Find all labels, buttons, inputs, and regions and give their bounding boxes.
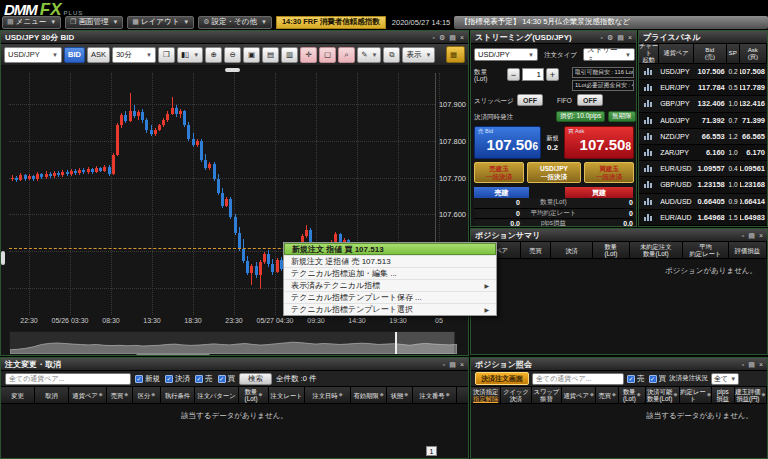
- positions-filter-checkbox[interactable]: ✓売: [627, 374, 645, 384]
- positions-pair-filter-input[interactable]: [532, 373, 624, 385]
- close-icon[interactable]: ×: [759, 361, 763, 368]
- ask-value[interactable]: 0.66414: [740, 197, 767, 206]
- capture-icon[interactable]: ⧉: [383, 47, 400, 63]
- chart-launch-icon[interactable]: [644, 181, 652, 188]
- display-menu-button[interactable]: 表示▼: [402, 47, 435, 63]
- orders-filter-checkbox[interactable]: ✓新規: [135, 374, 160, 384]
- chart-hscroll-thumb[interactable]: [136, 354, 210, 356]
- fit-width-icon[interactable]: ▤: [262, 47, 279, 63]
- fifo-toggle[interactable]: OFF: [577, 94, 603, 106]
- chart-launch-icon[interactable]: [644, 117, 652, 124]
- zoom-in-icon[interactable]: ⊕: [205, 47, 222, 63]
- timeframe-select[interactable]: 30分▼: [112, 47, 156, 63]
- fit-height-icon[interactable]: ▥: [281, 47, 298, 63]
- print-icon[interactable]: ▤: [748, 361, 755, 368]
- close-order-status-select[interactable]: 全て▼: [711, 373, 739, 385]
- search-button[interactable]: 検索: [239, 373, 272, 385]
- chart-launch-icon[interactable]: [644, 100, 652, 107]
- minimize-icon[interactable]: ▫: [742, 361, 744, 368]
- pair-select[interactable]: USD/JPY▼: [4, 47, 62, 63]
- ask-value[interactable]: 1.23168: [740, 180, 767, 189]
- close-icon[interactable]: ×: [460, 361, 464, 368]
- print-icon[interactable]: ▤: [748, 232, 755, 239]
- chart-launch-icon[interactable]: [644, 198, 652, 205]
- column-header[interactable]: 注文番号◆: [413, 387, 457, 403]
- close-icon[interactable]: ×: [759, 232, 763, 239]
- context-menu-item[interactable]: テクニカル指標テンプレート選択▶: [284, 303, 496, 315]
- chart-launch-icon[interactable]: [644, 84, 652, 91]
- screen-manage-button[interactable]: ❐画面管理▼: [65, 16, 123, 29]
- minimize-icon[interactable]: ▫: [742, 232, 744, 239]
- close-all-buy-button[interactable]: 買建玉 一括決済: [584, 162, 634, 183]
- orders-filter-checkbox[interactable]: ✓売: [195, 374, 213, 384]
- economic-indicator-ticker[interactable]: 14:30 FRF 消費者信頼感指数: [276, 16, 386, 29]
- minimize-icon[interactable]: ▫: [443, 361, 445, 368]
- context-menu-item[interactable]: テクニカル指標追加・編集 ...: [284, 267, 496, 279]
- layout-button[interactable]: ▦レイアウト▼: [127, 16, 194, 29]
- bid-value[interactable]: 117.784: [694, 83, 727, 92]
- column-header[interactable]: 状態◆: [387, 387, 413, 403]
- column-header[interactable]: 注文日時◆: [305, 387, 351, 403]
- print-icon[interactable]: ▤: [449, 361, 456, 368]
- chart-launch-icon[interactable]: [644, 68, 652, 75]
- close-icon[interactable]: ×: [628, 34, 632, 41]
- print-icon[interactable]: ▤: [617, 34, 624, 41]
- ask-value[interactable]: 1.09561: [740, 164, 767, 173]
- magnifier-icon[interactable]: ⌕: [338, 47, 355, 63]
- crosshair-icon[interactable]: ✛: [300, 47, 317, 63]
- zoom-out-icon[interactable]: ⊖: [224, 47, 241, 63]
- minimize-icon[interactable]: ▫: [433, 34, 435, 41]
- slippage-toggle[interactable]: OFF: [517, 94, 543, 106]
- positions-filter-checkbox[interactable]: ✓買: [649, 374, 667, 384]
- no-expiry-badge[interactable]: 無期限: [608, 111, 636, 122]
- streaming-pair-select[interactable]: USD/JPY▼: [474, 48, 538, 61]
- qty-minus-button[interactable]: −: [507, 68, 520, 81]
- context-menu-item[interactable]: 新規注文 逆指値 売 107.513: [284, 255, 496, 267]
- column-header[interactable]: 決済可能 数量(Lot)◆: [646, 387, 680, 403]
- ask-value[interactable]: 107.508: [740, 67, 767, 76]
- bid-value[interactable]: 0.66405: [694, 197, 727, 206]
- close-icon[interactable]: ×: [460, 34, 464, 41]
- settings-icon[interactable]: ⚙: [607, 34, 613, 41]
- stop-loss-badge[interactable]: 損切: 10.0pips: [556, 111, 605, 122]
- settings-icon[interactable]: ⚙: [439, 34, 445, 41]
- context-menu-item[interactable]: 表示済みテクニカル指標▶: [284, 279, 496, 291]
- chart-launch-icon[interactable]: [644, 165, 652, 172]
- bid-value[interactable]: 66.553: [694, 132, 727, 141]
- ask-value[interactable]: 132.416: [740, 99, 767, 108]
- fit-chart-icon[interactable]: ▣: [243, 47, 260, 63]
- context-menu-item[interactable]: テクニカル指標テンプレート保存 ...: [284, 291, 496, 303]
- sell-bid-button[interactable]: 売 Bid 107.506: [474, 126, 541, 159]
- chart-launch-icon[interactable]: [644, 149, 652, 156]
- column-header[interactable]: 数量 (Lot)◆: [239, 387, 269, 403]
- duplicate-chart-icon[interactable]: ❐: [158, 47, 175, 63]
- bid-value[interactable]: 1.23158: [694, 180, 727, 189]
- navigator-selection[interactable]: [395, 332, 454, 354]
- qty-plus-button[interactable]: +: [546, 68, 559, 81]
- print-icon[interactable]: ▤: [449, 34, 456, 41]
- ask-toggle-button[interactable]: ASK: [87, 47, 110, 63]
- draw-tool-select[interactable]: ✎▼: [357, 47, 381, 63]
- chart-launch-icon[interactable]: [644, 133, 652, 140]
- chart-type-select[interactable]: ▮▯▼: [177, 47, 203, 63]
- context-menu-item[interactable]: 新規注文 指値 買 107.513: [284, 243, 496, 255]
- column-header[interactable]: 区分◆: [133, 387, 161, 403]
- column-header[interactable]: 売買◆: [596, 387, 619, 403]
- orders-filter-checkbox[interactable]: ✓買: [218, 374, 236, 384]
- column-header[interactable]: 売買◆: [107, 387, 133, 403]
- buy-ask-button[interactable]: 買 Ask 107.508: [564, 126, 634, 159]
- column-header[interactable]: 数量 (Lot)◆: [619, 387, 646, 403]
- left-resize-handle[interactable]: [1, 251, 5, 265]
- bid-value[interactable]: 107.506: [694, 67, 727, 76]
- orders-pair-filter-input[interactable]: [5, 373, 131, 385]
- chart-navigator[interactable]: [9, 331, 456, 353]
- close-all-pair-button[interactable]: USD/JPY 一括決済: [527, 162, 581, 183]
- column-header[interactable]: 有効期限◆: [351, 387, 387, 403]
- order-type-select[interactable]: ストリーミ...▼: [583, 48, 635, 61]
- orders-filter-checkbox[interactable]: ✓決済: [165, 374, 190, 384]
- ask-value[interactable]: 66.565: [740, 132, 767, 141]
- column-header[interactable]: 通貨ペア◆: [69, 387, 107, 403]
- minimize-icon[interactable]: ▫: [601, 34, 603, 41]
- bid-value[interactable]: 1.09557: [694, 164, 727, 173]
- toolbar-drag-handle[interactable]: [225, 68, 240, 72]
